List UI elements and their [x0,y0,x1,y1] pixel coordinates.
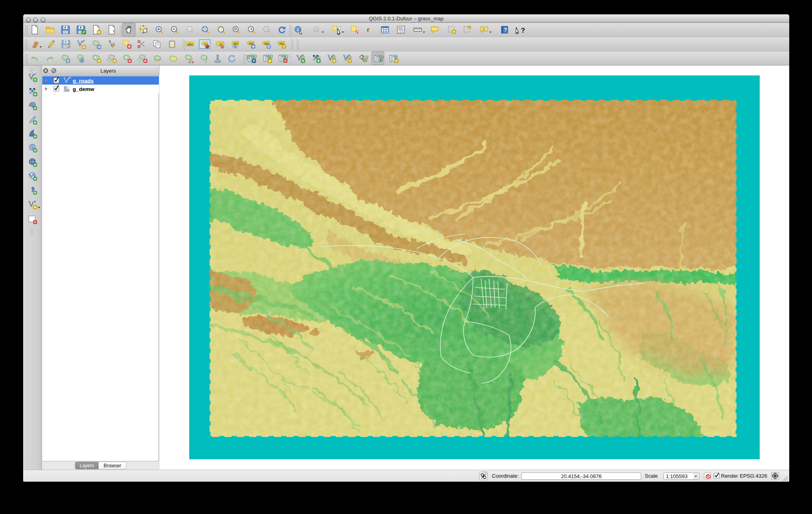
svg-text:T: T [483,28,485,32]
svg-text:Layers: Layers [100,68,116,74]
svg-text:?: ? [521,27,525,34]
svg-text:g_roads: g_roads [73,77,94,83]
svg-text:g_demw: g_demw [73,86,95,92]
